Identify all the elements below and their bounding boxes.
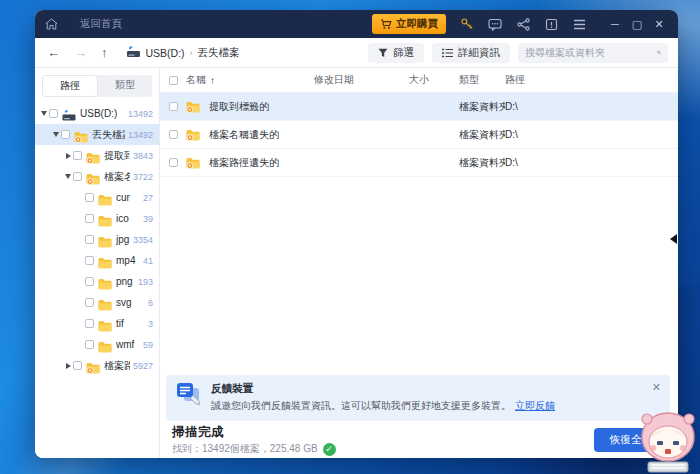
maximize-button[interactable]: ▢ xyxy=(626,14,648,34)
tree-item-checkbox[interactable] xyxy=(85,340,94,349)
back-button[interactable]: ← xyxy=(47,45,60,60)
tree-item-checkbox[interactable] xyxy=(49,109,58,118)
back-to-home-label[interactable]: 返回首頁 xyxy=(80,17,122,31)
tree-item-checkbox[interactable] xyxy=(85,235,94,244)
close-button[interactable]: ✕ xyxy=(648,14,670,34)
breadcrumb-drive[interactable]: USB(D:) xyxy=(146,47,185,59)
tree-item-checkbox[interactable] xyxy=(85,214,94,223)
usb-drive-icon xyxy=(126,46,141,59)
column-header-modified[interactable]: 修改日期 xyxy=(314,73,409,87)
tree-item-label: mp4 xyxy=(116,255,140,266)
minimize-button[interactable]: ─ xyxy=(604,14,626,34)
home-button[interactable] xyxy=(45,18,58,30)
tree-item-checkbox[interactable] xyxy=(61,130,70,139)
tree-item-checkbox[interactable] xyxy=(73,361,82,370)
column-header-name[interactable]: 名稱 ↑ xyxy=(186,73,314,87)
up-button[interactable]: ↑ xyxy=(101,45,108,60)
cart-icon xyxy=(380,19,392,30)
folder-lost-icon xyxy=(186,129,200,141)
expand-down-icon[interactable] xyxy=(39,111,49,116)
tree-item-count: 59 xyxy=(143,340,153,350)
feedback-panel: 反饋裝置 誠邀您向我們反饋裝置資訊。這可以幫助我們更好地支援更多裝置。立即反饋 … xyxy=(166,375,670,421)
breadcrumb-folder[interactable]: 丟失檔案 xyxy=(198,46,240,60)
expand-down-icon[interactable] xyxy=(63,174,73,179)
file-type: 檔案資料夾 xyxy=(459,156,505,170)
tree-item-checkbox[interactable] xyxy=(85,256,94,265)
file-row[interactable]: 提取到標籤的檔案資料夾D:\ xyxy=(160,93,678,121)
tree-item[interactable]: 檔案路徑遺失的5927 xyxy=(35,355,159,376)
tree-item-count: 3843 xyxy=(133,151,153,161)
tree-item-checkbox[interactable] xyxy=(85,298,94,307)
tree-item-count: 3 xyxy=(148,319,153,329)
scan-complete-check-icon: ✓ xyxy=(323,443,336,456)
sidebar-tab-type[interactable]: 類型 xyxy=(98,75,152,97)
feedback-close-icon[interactable]: ✕ xyxy=(652,381,661,394)
details-list-icon xyxy=(442,48,453,58)
tree-item[interactable]: USB(D:)13492 xyxy=(35,103,159,124)
tree-item-checkbox[interactable] xyxy=(85,193,94,202)
details-button[interactable]: 詳細資訊 xyxy=(432,43,510,63)
tree-item[interactable]: 丟失檔案13492 xyxy=(35,124,159,145)
expand-right-icon[interactable] xyxy=(63,153,73,159)
buy-now-button[interactable]: 立即購買 xyxy=(372,14,446,34)
expand-down-icon[interactable] xyxy=(51,132,61,137)
row-checkbox[interactable] xyxy=(169,158,178,167)
filter-icon xyxy=(378,48,388,58)
sidebar-tab-path[interactable]: 路徑 xyxy=(42,75,98,97)
filter-button[interactable]: 篩選 xyxy=(368,43,424,63)
tree-item-checkbox[interactable] xyxy=(73,172,82,181)
folder-lost-icon xyxy=(74,129,88,141)
row-checkbox[interactable] xyxy=(169,130,178,139)
tree-item[interactable]: tif3 xyxy=(35,313,159,334)
sidebar: 路徑類型 USB(D:)13492丟失檔案13492提取到標籤的3843檔案名稱… xyxy=(35,68,160,458)
row-checkbox[interactable] xyxy=(169,102,178,111)
breadcrumb-separator-icon: › xyxy=(190,48,193,58)
scan-summary: 找到：13492個檔案，225.48 GB xyxy=(172,442,318,456)
file-row[interactable]: 檔案名稱遺失的檔案資料夾D:\ xyxy=(160,121,678,149)
package-info-icon[interactable] xyxy=(544,17,558,31)
feedback-device-icon xyxy=(176,382,202,406)
title-bar: 返回首頁 立即購買 ─ ▢ ✕ xyxy=(35,10,678,38)
share-icon[interactable] xyxy=(516,17,530,31)
license-key-icon[interactable] xyxy=(460,17,474,31)
app-window: 返回首頁 立即購買 ─ ▢ ✕ xyxy=(35,10,678,458)
column-header-path[interactable]: 路徑 xyxy=(505,73,678,87)
search-icon[interactable] xyxy=(657,47,661,58)
search-input[interactable] xyxy=(525,47,657,58)
live-chat-icon[interactable] xyxy=(488,17,502,31)
main-panel: 名稱 ↑ 修改日期 大小 類型 路徑 提取到標籤的檔案資料夾D:\檔案名稱遺失的… xyxy=(160,68,678,458)
expand-right-icon[interactable] xyxy=(63,363,73,369)
tree-item[interactable]: cur27 xyxy=(35,187,159,208)
sidebar-tabbar: 路徑類型 xyxy=(42,75,152,97)
tree-item-checkbox[interactable] xyxy=(85,277,94,286)
tree-item[interactable]: 檔案名稱遺失的3722 xyxy=(35,166,159,187)
menu-icon[interactable] xyxy=(572,17,586,31)
feedback-title: 反饋裝置 xyxy=(211,382,555,396)
folder-icon xyxy=(98,318,112,330)
details-label: 詳細資訊 xyxy=(458,46,500,60)
forward-button[interactable]: → xyxy=(74,45,87,60)
tree-item-count: 41 xyxy=(143,256,153,266)
tree-item-label: wmf xyxy=(116,339,140,350)
sort-ascending-icon[interactable]: ↑ xyxy=(210,75,215,86)
search-box xyxy=(518,43,668,63)
feedback-link[interactable]: 立即反饋 xyxy=(515,400,555,411)
tree-item-checkbox[interactable] xyxy=(73,151,82,160)
home-icon xyxy=(45,18,58,30)
tree-item[interactable]: 提取到標籤的3843 xyxy=(35,145,159,166)
file-list: 提取到標籤的檔案資料夾D:\檔案名稱遺失的檔案資料夾D:\檔案路徑遺失的檔案資料… xyxy=(160,93,678,177)
column-header-type[interactable]: 類型 xyxy=(459,73,505,87)
tree-item[interactable]: svg6 xyxy=(35,292,159,313)
tree-item[interactable]: wmf59 xyxy=(35,334,159,355)
tree-item-count: 193 xyxy=(138,277,153,287)
tree-item[interactable]: mp441 xyxy=(35,250,159,271)
column-header-size[interactable]: 大小 xyxy=(409,73,459,87)
tree-item-checkbox[interactable] xyxy=(85,319,94,328)
tree-item[interactable]: ico39 xyxy=(35,208,159,229)
tree-item[interactable]: png193 xyxy=(35,271,159,292)
select-all-checkbox[interactable] xyxy=(169,76,178,85)
tree-item[interactable]: jpg3354 xyxy=(35,229,159,250)
tree-item-label: 檔案路徑遺失的 xyxy=(104,359,130,373)
file-row[interactable]: 檔案路徑遺失的檔案資料夾D:\ xyxy=(160,149,678,177)
panel-collapse-handle[interactable] xyxy=(668,228,678,250)
